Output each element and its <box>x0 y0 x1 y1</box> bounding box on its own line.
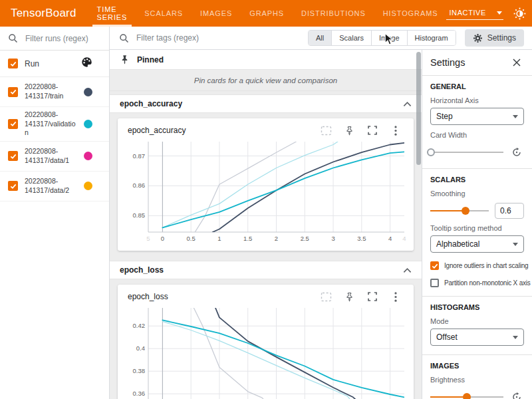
run-name: 20220808-141317/validation <box>25 110 79 138</box>
run-list: 20220808-141317/train20220808-141317/val… <box>0 77 109 201</box>
dashed-box-icon[interactable] <box>320 124 332 136</box>
horizontal-axis-label: Horizontal Axis <box>430 96 524 104</box>
run-column-label: Run <box>25 59 39 68</box>
svg-text:5: 5 <box>146 235 150 242</box>
line-chart-epoch-accuracy[interactable]: 0.850.860.8700.511.522.533.5454 <box>123 139 408 247</box>
app-logo: TensorBoard <box>0 0 88 27</box>
slider-thumb[interactable] <box>462 207 469 215</box>
card-title: epoch_accuracy <box>128 126 186 135</box>
close-icon[interactable] <box>509 55 524 70</box>
smoothing-slider[interactable] <box>430 206 489 215</box>
filter-pill-scalars[interactable]: Scalars <box>331 31 371 45</box>
vertical-scrollbar-thumb[interactable] <box>416 52 421 165</box>
run-name: 20220808-141317/data/1 <box>25 147 79 165</box>
svg-text:2.5: 2.5 <box>301 235 309 242</box>
filter-tags-input[interactable] <box>135 33 261 43</box>
header-controls: INACTIVE <box>446 0 532 27</box>
svg-text:0.85: 0.85 <box>133 211 146 219</box>
svg-text:4: 4 <box>388 235 392 242</box>
svg-text:0.38: 0.38 <box>133 367 146 374</box>
chevron-up-icon[interactable] <box>403 101 412 107</box>
fullscreen-icon[interactable] <box>366 124 378 136</box>
filter-pill-histogram[interactable]: Histogram <box>407 31 456 45</box>
run-name: 20220808-141317/data/2 <box>25 177 79 195</box>
section-epoch-loss[interactable]: epoch_loss <box>110 261 422 279</box>
run-checkbox[interactable] <box>8 151 18 161</box>
tab-graphs[interactable]: GRAPHS <box>241 0 293 27</box>
pin-icon[interactable] <box>343 291 355 303</box>
brightness-slider[interactable] <box>430 392 503 399</box>
dashed-box-icon[interactable] <box>320 291 332 303</box>
pinned-label: Pinned <box>137 55 164 65</box>
tab-scalars[interactable]: SCALARS <box>136 0 192 27</box>
restore-icon[interactable] <box>509 145 524 160</box>
brightness-toggle-icon[interactable] <box>512 6 527 21</box>
tooltip-sorting-value: Alphabetical <box>436 239 479 249</box>
nav-tabs: TIME SERIESSCALARSIMAGESGRAPHSDISTRIBUTI… <box>88 0 447 27</box>
run-color-dot <box>84 182 92 190</box>
histogram-mode-select[interactable]: Offset <box>430 329 524 346</box>
slider-thumb[interactable] <box>463 393 471 399</box>
palette-icon[interactable] <box>81 57 92 70</box>
pin-icon[interactable] <box>343 124 355 136</box>
svg-text:1: 1 <box>217 235 221 242</box>
general-heading: GENERAL <box>430 82 524 90</box>
partition-x-axis-checkbox[interactable] <box>430 279 439 287</box>
settings-general-section: GENERAL Horizontal Axis Step Card Width <box>430 76 524 168</box>
gear-icon <box>473 33 483 43</box>
more-menu-icon[interactable] <box>390 291 402 303</box>
svg-text:0: 0 <box>161 235 164 242</box>
run-checkbox[interactable] <box>8 181 18 191</box>
settings-button[interactable]: Settings <box>465 29 524 47</box>
tooltip-sorting-select[interactable]: Alphabetical <box>430 235 524 253</box>
card-width-slider[interactable] <box>430 148 503 157</box>
tab-distributions[interactable]: DISTRIBUTIONS <box>293 0 374 27</box>
pinned-empty-state: Pin cards for a quick view and compariso… <box>110 70 422 91</box>
search-icon <box>119 33 129 43</box>
horizontal-axis-select[interactable]: Step <box>430 108 524 125</box>
histogram-mode-value: Offset <box>436 332 458 342</box>
svg-text:0.42: 0.42 <box>133 322 146 329</box>
tab-images[interactable]: IMAGES <box>192 0 241 27</box>
svg-text:0.5: 0.5 <box>187 235 196 242</box>
status-select-value: INACTIVE <box>449 9 486 17</box>
settings-images-section: IMAGES Brightness Contrast <box>430 355 524 399</box>
restore-icon[interactable] <box>509 390 524 399</box>
smoothing-label: Smoothing <box>430 190 524 198</box>
select-all-runs-checkbox[interactable] <box>8 59 18 68</box>
tags-toolbar: AllScalarsImageHistogram Settings <box>110 27 532 50</box>
svg-text:0.36: 0.36 <box>133 390 146 397</box>
run-row[interactable]: 20220808-141317/train <box>0 77 109 107</box>
pin-icon <box>120 55 130 65</box>
fullscreen-icon[interactable] <box>366 291 378 303</box>
svg-text:1.5: 1.5 <box>243 235 252 242</box>
run-row[interactable]: 20220808-141317/validation <box>0 107 109 142</box>
cards-area: Pinned Pin cards for a quick view and co… <box>110 50 422 399</box>
filter-runs-row <box>0 27 109 51</box>
line-chart-epoch-loss[interactable]: 0.360.380.40.42 <box>123 305 408 399</box>
ignore-outliers-checkbox[interactable] <box>430 261 439 270</box>
tooltip-sorting-label: Tooltip sorting method <box>430 224 524 232</box>
chevron-up-icon[interactable] <box>403 267 412 273</box>
settings-scalars-section: SCALARS Smoothing Tooltip sorting method… <box>430 169 524 296</box>
caret-down-icon <box>497 11 502 15</box>
run-color-dot <box>84 88 92 96</box>
run-checkbox[interactable] <box>8 119 18 129</box>
more-menu-icon[interactable] <box>390 124 402 136</box>
filter-pill-image[interactable]: Image <box>371 31 407 45</box>
filter-runs-input[interactable] <box>24 33 98 44</box>
tab-time-series[interactable]: TIME SERIES <box>88 0 136 27</box>
filter-pill-all[interactable]: All <box>309 31 331 45</box>
svg-text:2: 2 <box>275 235 278 242</box>
slider-thumb[interactable] <box>427 148 435 156</box>
run-row[interactable]: 20220808-141317/data/1 <box>0 142 109 172</box>
run-row[interactable]: 20220808-141317/data/2 <box>0 172 109 201</box>
filter-tags-box <box>119 33 261 43</box>
section-epoch-accuracy[interactable]: epoch_accuracy <box>110 94 422 113</box>
tag-type-filter: AllScalarsImageHistogram <box>308 30 456 46</box>
tab-histograms[interactable]: HISTOGRAMS <box>374 0 447 27</box>
svg-text:0.86: 0.86 <box>133 182 146 189</box>
smoothing-value-input[interactable] <box>495 203 524 219</box>
run-checkbox[interactable] <box>8 87 18 97</box>
status-select[interactable]: INACTIVE <box>446 7 503 20</box>
